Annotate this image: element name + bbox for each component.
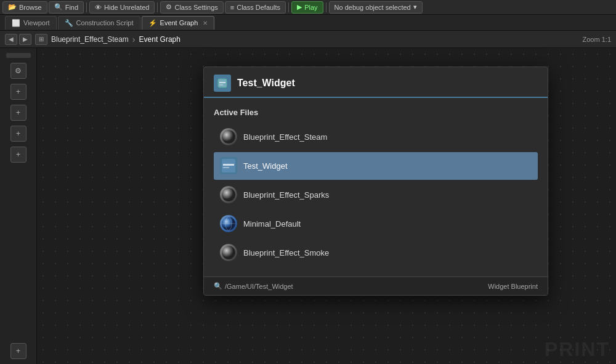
class-defaults-icon: ≡ — [230, 4, 234, 11]
plus-icon-5: + — [16, 347, 20, 355]
plus-icon-4: + — [16, 150, 20, 159]
plus-icon-1: + — [16, 87, 20, 96]
separator-4 — [326, 2, 326, 12]
footer-type: Widget Blueprint — [488, 283, 538, 290]
settings-gear-icon: ⚙ — [15, 67, 22, 75]
separator-1 — [86, 2, 87, 12]
svg-rect-5 — [223, 164, 234, 166]
settings-icon: ⚙ — [166, 3, 172, 11]
footer-path-text: /Game/UI/Test_Widget — [225, 283, 293, 290]
sidebar-bottom-button[interactable]: + — [10, 343, 26, 359]
class-settings-label: Class Settings — [174, 4, 217, 11]
svg-rect-6 — [223, 167, 229, 168]
popup-title: Test_Widget — [237, 78, 295, 89]
tab-event-graph[interactable]: ⚡ Event Graph ✕ — [142, 16, 215, 30]
file-item[interactable]: Test_Widget — [214, 152, 538, 180]
watermark: PRINT — [545, 338, 610, 361]
eye-icon: 👁 — [95, 4, 102, 11]
file-selector-popup: Test_Widget Active Files — [203, 67, 548, 296]
popup-title-icon — [214, 75, 231, 92]
construction-tab-label: Construction Script — [76, 19, 134, 26]
browse-button[interactable]: 📂 Browse — [2, 1, 47, 14]
left-sidebar: ⚙ + + + + + — [0, 48, 37, 364]
browse-icon: 📂 — [8, 3, 17, 11]
breadcrumb-separator: › — [132, 34, 136, 44]
hide-unrelated-label: Hide Unrelated — [104, 4, 149, 11]
svg-point-7 — [222, 188, 235, 201]
back-icon: ◀ — [9, 36, 14, 42]
zoom-label: Zoom 1:1 — [583, 36, 611, 43]
play-icon: ▶ — [297, 3, 302, 11]
file-name-2: Test_Widget — [243, 161, 288, 171]
find-button[interactable]: 🔍 Find — [49, 1, 84, 14]
browse-label: Browse — [19, 4, 42, 11]
separator-3 — [288, 2, 289, 12]
grid-nav-button[interactable]: ⊞ — [35, 34, 47, 45]
sidebar-add-button-3[interactable]: + — [10, 126, 26, 142]
globe-icon-4 — [220, 215, 237, 232]
blueprint-sphere-icon-1 — [220, 128, 237, 145]
chevron-down-icon: ▾ — [413, 3, 417, 11]
svg-point-3 — [222, 130, 235, 144]
blueprint-sphere-icon-3 — [220, 186, 237, 203]
tabs-bar: ⬜ Viewport 🔧 Construction Script ⚡ Event… — [0, 15, 616, 31]
find-label: Find — [65, 4, 78, 11]
forward-button[interactable]: ▶ — [19, 34, 31, 45]
file-name-4: Minimal_Default — [243, 219, 301, 229]
plus-icon-2: + — [16, 108, 20, 117]
sidebar-settings-button[interactable]: ⚙ — [10, 63, 26, 79]
sidebar-add-button-1[interactable]: + — [10, 84, 26, 100]
viewport-tab-label: Viewport — [23, 19, 50, 26]
tab-construction-script[interactable]: 🔧 Construction Script — [58, 16, 140, 30]
breadcrumb-current: Event Graph — [139, 35, 180, 44]
svg-point-11 — [222, 246, 235, 259]
file-name-1: Blueprint_Effect_Steam — [243, 132, 327, 142]
event-graph-tab-icon: ⚡ — [148, 19, 157, 27]
file-name-3: Blueprint_Effect_Sparks — [243, 190, 329, 200]
class-defaults-label: Class Defaults — [237, 4, 280, 11]
debug-select[interactable]: No debug object selected ▾ — [329, 1, 423, 14]
main-area: ⚙ + + + + + — [0, 48, 616, 364]
file-list: Blueprint_Effect_Steam Test_Widget — [214, 123, 538, 267]
svg-rect-1 — [219, 82, 225, 83]
back-button[interactable]: ◀ — [5, 34, 17, 45]
main-toolbar: 📂 Browse 🔍 Find 👁 Hide Unrelated ⚙ Class… — [0, 0, 616, 15]
file-item[interactable]: Blueprint_Effect_Steam — [214, 123, 538, 151]
separator-2 — [157, 2, 158, 12]
file-name-5: Blueprint_Effect_Smoke — [243, 248, 329, 257]
viewport-tab-icon: ⬜ — [12, 19, 20, 27]
active-files-label: Active Files — [214, 108, 538, 117]
grid-icon: ⊞ — [39, 36, 44, 42]
breadcrumb-nav: ◀ ▶ — [5, 34, 31, 45]
sidebar-handle — [6, 53, 31, 58]
svg-rect-2 — [219, 84, 223, 86]
popup-header: Test_Widget — [204, 67, 548, 98]
footer-path: 🔍 /Game/UI/Test_Widget — [214, 282, 293, 290]
breadcrumb-bar: ◀ ▶ ⊞ Blueprint_Effect_Steam › Event Gra… — [0, 31, 616, 48]
close-tab-icon[interactable]: ✕ — [203, 20, 208, 26]
play-label: Play — [304, 4, 317, 11]
blueprint-sphere-icon-5 — [220, 244, 237, 261]
breadcrumb-blueprint[interactable]: Blueprint_Effect_Steam — [51, 35, 129, 44]
file-item[interactable]: Minimal_Default — [214, 210, 538, 238]
graph-canvas[interactable]: Test_Widget Active Files — [37, 48, 616, 364]
widget-icon-2 — [220, 157, 237, 174]
find-icon: 🔍 — [54, 3, 63, 11]
tab-viewport[interactable]: ⬜ Viewport — [5, 16, 57, 30]
popup-body: Active Files — [204, 98, 548, 277]
plus-icon-3: + — [16, 129, 20, 138]
hide-unrelated-button[interactable]: 👁 Hide Unrelated — [89, 1, 155, 14]
search-icon: 🔍 — [214, 282, 222, 290]
sidebar-add-button-2[interactable]: + — [10, 105, 26, 121]
debug-label: No debug object selected — [334, 4, 411, 11]
popup-footer: 🔍 /Game/UI/Test_Widget Widget Blueprint — [204, 277, 548, 295]
play-button[interactable]: ▶ Play — [291, 1, 323, 14]
class-defaults-button[interactable]: ≡ Class Defaults — [225, 1, 286, 14]
event-graph-tab-label: Event Graph — [160, 19, 198, 26]
class-settings-button[interactable]: ⚙ Class Settings — [160, 1, 223, 14]
construction-tab-icon: 🔧 — [65, 19, 73, 27]
file-item[interactable]: Blueprint_Effect_Smoke — [214, 239, 538, 267]
forward-icon: ▶ — [23, 36, 28, 42]
file-item[interactable]: Blueprint_Effect_Sparks — [214, 181, 538, 209]
sidebar-add-button-4[interactable]: + — [10, 147, 26, 163]
